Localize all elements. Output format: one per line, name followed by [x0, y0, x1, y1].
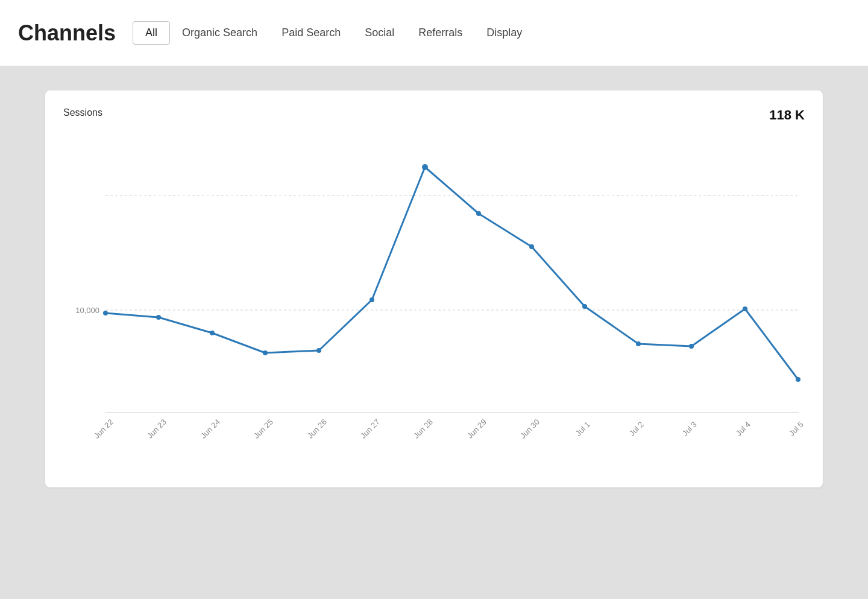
page-title: Channels: [18, 21, 116, 46]
tab-social[interactable]: Social: [353, 22, 406, 44]
tab-display[interactable]: Display: [474, 22, 534, 44]
sessions-chart: 10,000 Jun 22: [63, 135, 805, 473]
dot-jun24: [210, 331, 215, 335]
chart-label: Sessions: [63, 107, 102, 118]
dot-jul4: [743, 306, 747, 311]
dot-jun29: [476, 211, 481, 216]
main-content: Sessions 118 K 10,000: [0, 66, 868, 599]
dot-jun22: [103, 311, 108, 315]
chart-header: Sessions 118 K: [63, 107, 805, 123]
sessions-line: [105, 167, 798, 379]
x-label-jun27: Jun 27: [359, 417, 382, 440]
tab-all[interactable]: All: [133, 21, 170, 45]
x-label-jun26: Jun 26: [306, 417, 329, 440]
x-label-jun28: Jun 28: [412, 417, 435, 440]
dot-jun25: [263, 350, 268, 355]
chart-card: Sessions 118 K 10,000: [45, 90, 823, 487]
dot-jun23: [156, 315, 161, 320]
tab-organic-search[interactable]: Organic Search: [170, 22, 269, 44]
dot-jul1: [582, 304, 587, 309]
tab-paid-search[interactable]: Paid Search: [269, 22, 353, 44]
x-label-jun22: Jun 22: [92, 417, 115, 440]
x-label-jun25: Jun 25: [252, 417, 275, 440]
header: Channels All Organic Search Paid Search …: [0, 0, 868, 66]
dot-jul3: [689, 344, 694, 349]
chart-svg-container: 10,000 Jun 22: [63, 135, 805, 475]
tab-bar: All Organic Search Paid Search Social Re…: [133, 21, 534, 45]
x-label-jul3: Jul 3: [681, 420, 699, 438]
x-label-jun24: Jun 24: [199, 417, 222, 440]
svg-text:10,000: 10,000: [75, 306, 99, 315]
x-label-jul5: Jul 5: [787, 420, 805, 438]
dot-jun26: [316, 348, 321, 353]
x-label-jul1: Jul 1: [574, 420, 592, 438]
dot-jun27: [370, 297, 374, 302]
dot-jun28: [422, 164, 428, 170]
x-label-jul2: Jul 2: [627, 420, 646, 438]
x-label-jul4: Jul 4: [734, 420, 752, 438]
dot-jun30: [529, 244, 534, 249]
dot-jul2: [636, 341, 641, 346]
tab-referrals[interactable]: Referrals: [406, 22, 474, 44]
x-label-jun29: Jun 29: [465, 417, 488, 440]
dot-jul5: [796, 377, 800, 382]
x-label-jun30: Jun 30: [518, 417, 541, 440]
chart-value: 118 K: [769, 107, 805, 123]
x-label-jun23: Jun 23: [145, 417, 168, 440]
